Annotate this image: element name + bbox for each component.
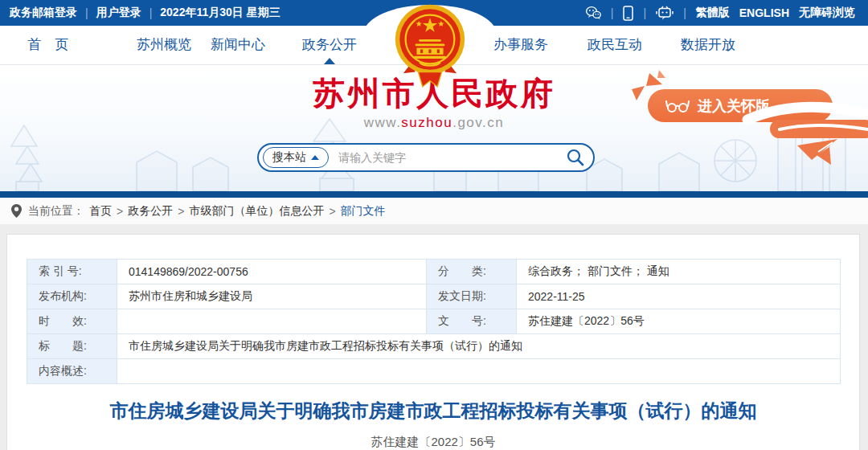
topbar-separator: | — [149, 6, 153, 19]
article-title: 市住房城乡建设局关于明确我市房建市政工程招标投标有关事项（试行）的通知 — [23, 399, 843, 423]
topbar-right: | | | 繁體版 ENG — [585, 0, 855, 26]
nav-data[interactable]: 数据开放 — [681, 26, 735, 64]
breadcrumb-separator: > — [329, 205, 335, 218]
issue-date-label: 发文日期: — [427, 284, 517, 309]
wechat-icon[interactable] — [585, 6, 601, 20]
glasses-icon — [665, 99, 690, 113]
care-mode-label: 进入关怀版 — [698, 96, 770, 116]
mobile-icon[interactable] — [623, 6, 633, 21]
chevron-up-icon — [311, 155, 319, 160]
document-card: 索 引 号: 014149869/2022-00756 分 类: 综合政务； 部… — [6, 234, 860, 450]
validity-label: 时 效: — [27, 309, 117, 334]
validity-value — [117, 309, 427, 334]
issuing-agency-value: 苏州市住房和城乡建设局 — [117, 284, 427, 309]
nav-overview[interactable]: 苏州概览 — [137, 26, 191, 64]
current-date: 2022年11月30日 星期三 — [160, 6, 280, 20]
robot-icon[interactable] — [656, 6, 674, 21]
breadcrumb-current: 部门文件 — [341, 204, 386, 219]
summary-label: 内容概述: — [27, 359, 117, 384]
breadcrumb-gov-info[interactable]: 政务公开 — [128, 204, 173, 219]
index-number-label: 索 引 号: — [27, 260, 117, 284]
topbar-separator: | — [611, 6, 614, 19]
gov-mail-login-link[interactable]: 政务邮箱登录 — [10, 6, 77, 20]
nav-home[interactable]: 首 页 — [28, 26, 69, 64]
nav-gov-info[interactable]: 政务公开 — [302, 26, 357, 64]
table-row: 时 效: 文 号: 苏住建建〔2022〕56号 — [27, 309, 841, 334]
search-scope-label: 搜本站 — [272, 150, 306, 165]
doc-number-label: 文 号: — [427, 309, 517, 334]
title-value: 市住房城乡建设局关于明确我市房建市政工程招标投标有关事项（试行）的通知 — [117, 334, 841, 359]
issue-date-value: 2022-11-25 — [517, 284, 841, 309]
table-row: 标 题: 市住房城乡建设局关于明确我市房建市政工程招标投标有关事项（试行）的通知 — [27, 334, 841, 359]
title-label: 标 题: — [27, 334, 117, 359]
issuing-agency-label: 发布机构: — [27, 284, 117, 309]
nav-gov-info-label: 政务公开 — [302, 37, 357, 52]
breadcrumb-label: 当前位置： — [28, 204, 84, 219]
breadcrumb-home[interactable]: 首页 — [89, 204, 112, 219]
breadcrumb-separator: > — [117, 205, 123, 218]
nav-services[interactable]: 办事服务 — [493, 26, 548, 64]
traditional-chinese-link[interactable]: 繁體版 — [696, 6, 730, 20]
location-pin-icon — [11, 204, 22, 218]
page: 政务邮箱登录 | 用户登录 | 2022年11月30日 星期三 | — [0, 0, 868, 450]
breadcrumb: 当前位置： 首页 > 政务公开 > 市级部门（单位）信息公开 > 部门文件 — [0, 198, 868, 224]
header-divider-bar — [0, 191, 868, 198]
breadcrumb-dept-disclosure[interactable]: 市级部门（单位）信息公开 — [189, 204, 324, 219]
breadcrumb-separator: > — [178, 205, 184, 218]
english-link[interactable]: ENGLISH — [739, 6, 789, 19]
search-icon[interactable] — [566, 148, 585, 167]
table-row: 索 引 号: 014149869/2022-00756 分 类: 综合政务； 部… — [27, 260, 841, 284]
topbar-separator: | — [85, 6, 88, 19]
nav-news[interactable]: 新闻中心 — [211, 26, 265, 64]
topbar-separator: | — [643, 6, 646, 19]
site-url-tld: .gov.cn — [452, 115, 504, 130]
summary-value — [117, 359, 841, 384]
document-meta-table: 索 引 号: 014149869/2022-00756 分 类: 综合政务； 部… — [27, 259, 841, 384]
topbar-left: 政务邮箱登录 | 用户登录 | 2022年11月30日 星期三 — [10, 0, 280, 26]
category-label: 分 类: — [427, 260, 517, 284]
active-tab-indicator — [324, 58, 335, 64]
search-scope-dropdown[interactable]: 搜本站 — [263, 147, 329, 168]
index-number-value: 014149869/2022-00756 — [117, 260, 427, 284]
search-input[interactable] — [337, 150, 566, 165]
site-search: 搜本站 — [257, 143, 595, 172]
category-value: 综合政务； 部门文件； 通知 — [517, 260, 841, 284]
table-row: 内容概述: — [27, 359, 841, 384]
national-emblem — [393, 2, 467, 99]
accessibility-link[interactable]: 无障碍浏览 — [799, 6, 855, 20]
nav-interaction[interactable]: 政民互动 — [588, 26, 642, 64]
site-url-www: www. — [364, 115, 402, 130]
table-row: 发布机构: 苏州市住房和城乡建设局 发文日期: 2022-11-25 — [27, 284, 841, 309]
topbar-separator: | — [683, 6, 686, 19]
site-url-domain: suzhou — [401, 115, 452, 130]
user-login-link[interactable]: 用户登录 — [96, 6, 141, 20]
care-mode-button[interactable]: 进入关怀版 — [648, 89, 833, 122]
doc-number-value: 苏住建建〔2022〕56号 — [517, 309, 841, 334]
article-doc-number: 苏住建建〔2022〕56号 — [7, 435, 859, 450]
